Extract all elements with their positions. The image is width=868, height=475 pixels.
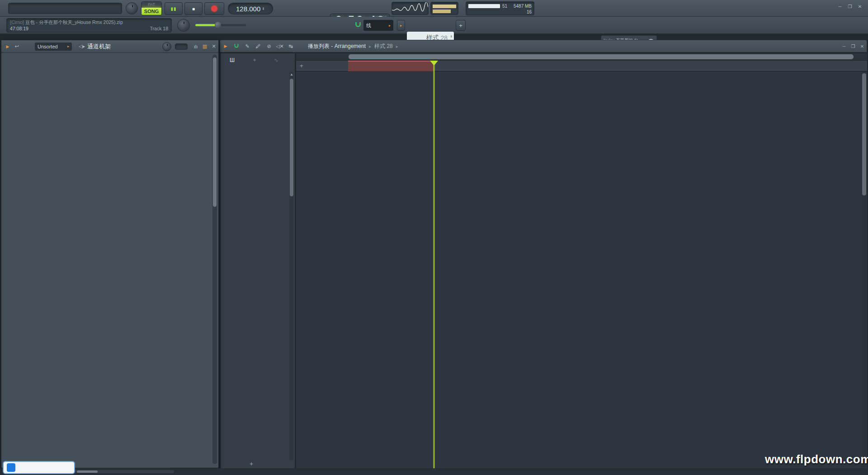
pattern-prev-arrow[interactable]: ▸	[397, 20, 405, 31]
pattern-selector-spinner[interactable]: ⬍	[450, 35, 453, 38]
rack-scroll-thumb[interactable]	[213, 57, 217, 207]
rack-swing-display	[175, 43, 188, 50]
tempo-spinner[interactable]: ⬍	[262, 7, 265, 11]
playlist-maximize[interactable]: ❐	[849, 44, 858, 49]
hscroll-thumb[interactable]	[349, 54, 854, 59]
slip-tool-icon[interactable]: ↹	[285, 43, 296, 49]
memory-value: 5487 MB	[514, 4, 532, 9]
rack-undo-icon[interactable]: ↩	[12, 43, 21, 49]
window-controls: ─ ❐ ✕	[835, 4, 864, 9]
picker-patterns-tab-icon[interactable]: Ш	[230, 57, 235, 63]
voices-value: 16	[527, 10, 532, 14]
main-icon-buttons	[538, 2, 687, 15]
tempo-value: 128.000	[236, 5, 260, 13]
ime-toolbar[interactable]	[3, 461, 75, 474]
rack-close-icon[interactable]: ✕	[209, 43, 218, 49]
watermark: www.flpdown.com	[765, 452, 868, 466]
playhead-line	[434, 62, 434, 468]
project-info-panel: [Cirno] 豆包 - 分手在那个秋天_yHouse Rmx 2025).zi…	[6, 18, 172, 33]
picker-scroll-up[interactable]: ▲	[289, 71, 294, 77]
panel-buttons	[472, 19, 621, 32]
rack-graph-editor-icon[interactable]: ılı	[191, 44, 200, 49]
rack-hscroll-thumb[interactable]	[77, 470, 98, 473]
picker-scroll-thumb[interactable]	[290, 79, 293, 196]
playlist-hscrollbar[interactable]	[296, 53, 867, 60]
picker-vscrollbar[interactable]: ▲	[289, 71, 294, 461]
main-volume-knob[interactable]	[126, 2, 138, 14]
crumb-separator: ▸	[369, 44, 371, 49]
meter-right	[433, 10, 451, 13]
playlist-titlebar: ▶ ✎ 🖉 ⊘ ◁✕ ↹ 播放列表 - Arrangement ▸ 样式 28 …	[220, 40, 867, 52]
ruler-selection	[348, 61, 434, 71]
rack-keyboard-editor-icon[interactable]: ▥	[200, 43, 209, 49]
slider-handle[interactable]	[215, 22, 221, 28]
vscroll-thumb[interactable]	[862, 73, 866, 195]
pattern-add-button[interactable]: +	[456, 20, 466, 31]
project-elapsed-time: 47:08:19	[10, 26, 28, 31]
cpu-bar	[468, 4, 500, 8]
song-label[interactable]: SONG	[142, 8, 161, 15]
cpu-panel: 51 5487 MB 16	[466, 1, 534, 15]
oscilloscope-wave	[392, 2, 428, 14]
snap-value: 线	[366, 22, 371, 29]
rack-group-selector[interactable]: Unsorted ▸	[35, 43, 72, 51]
snap-dropdown-arrow: ▸	[389, 24, 391, 28]
project-name: 豆包 - 分手在那个秋天_yHouse Rmx 2025).zip	[25, 19, 123, 25]
bottom-strip	[0, 468, 868, 475]
toolbar2-buttons	[253, 19, 353, 32]
cpu-value: 51	[502, 4, 507, 9]
minimize-button[interactable]: ─	[835, 4, 844, 9]
transport-aux-buttons	[277, 2, 358, 15]
draw-pencil-icon[interactable]: ✎	[242, 43, 253, 49]
mute-tool-icon[interactable]: ◁✕	[274, 43, 285, 49]
meter-left	[433, 5, 456, 8]
playlist-tracks	[296, 71, 867, 468]
master-pitch-slider[interactable]	[195, 24, 246, 26]
rack-swing-knob[interactable]	[162, 42, 171, 51]
slider-fill	[195, 24, 217, 26]
channel-rack-header: ▶ ↩ Unsorted ▸ ⋮ ◁▸ 通道机架 ılı ▥ ✕	[1, 40, 218, 53]
output-meters	[430, 2, 458, 15]
oscilloscope[interactable]	[392, 2, 429, 15]
picker-automation-tab-icon[interactable]: ∿	[274, 57, 278, 63]
rack-menu-arrow[interactable]: ▶	[3, 44, 12, 49]
close-button[interactable]: ✕	[855, 4, 864, 9]
playlist-ruler[interactable]: +	[296, 61, 867, 71]
rack-dots-separator: ⋮	[72, 43, 78, 49]
tempo-display[interactable]: 128.000 ⬍	[228, 3, 273, 14]
rack-group-value: Unsorted	[38, 44, 58, 49]
picker-add-pattern-button[interactable]: +	[250, 460, 253, 467]
playlist-close[interactable]: ✕	[858, 44, 867, 49]
playlist-title: 播放列表 - Arrangement	[308, 43, 366, 50]
picker-audio-tab-icon[interactable]: ✦	[252, 57, 257, 63]
playlist-menu-arrow[interactable]: ▶	[220, 44, 231, 48]
pause-button[interactable]: ▮▮	[165, 2, 183, 15]
crumb-separator2: ▸	[396, 44, 398, 49]
main-toolbar: PAT SONG ▮▮ ■ 128.000 ⬍ 0:50:49 M:S:CS 5…	[0, 0, 868, 17]
rack-title: 通道机架	[87, 43, 111, 51]
ime-logo-icon[interactable]	[7, 463, 15, 472]
menu-bar	[8, 3, 122, 14]
snap-magnet-icon	[355, 22, 361, 27]
pat-label[interactable]: PAT	[142, 2, 161, 8]
rack-speaker-icon: ◁▸	[78, 43, 85, 49]
rack-vscrollbar[interactable]	[212, 55, 217, 464]
paint-brush-icon[interactable]: 🖉	[253, 43, 264, 49]
playlist-magnet-icon[interactable]	[231, 43, 242, 49]
project-track-label: Track 18	[150, 26, 168, 31]
add-track-button[interactable]: +	[300, 62, 303, 69]
record-button[interactable]	[204, 2, 224, 15]
snap-selector[interactable]: 线 ▸	[363, 20, 393, 31]
pattern-picker-panel: Ш ✦ ∿ ▲ +	[221, 53, 295, 468]
playhead-marker[interactable]	[430, 61, 438, 66]
pat-song-toggle[interactable]: PAT SONG	[141, 1, 162, 15]
master-pitch-knob[interactable]	[177, 19, 190, 32]
playlist-vscrollbar[interactable]	[862, 71, 867, 467]
playlist-crumb[interactable]: 样式 28	[374, 43, 393, 50]
delete-tool-icon[interactable]: ⊘	[264, 43, 274, 49]
record-icon	[211, 5, 217, 12]
playlist-minimize[interactable]: ─	[840, 44, 849, 49]
stop-button[interactable]: ■	[184, 2, 203, 15]
project-name-prefix: [Cirno]	[10, 19, 24, 25]
maximize-button[interactable]: ❐	[845, 4, 854, 9]
